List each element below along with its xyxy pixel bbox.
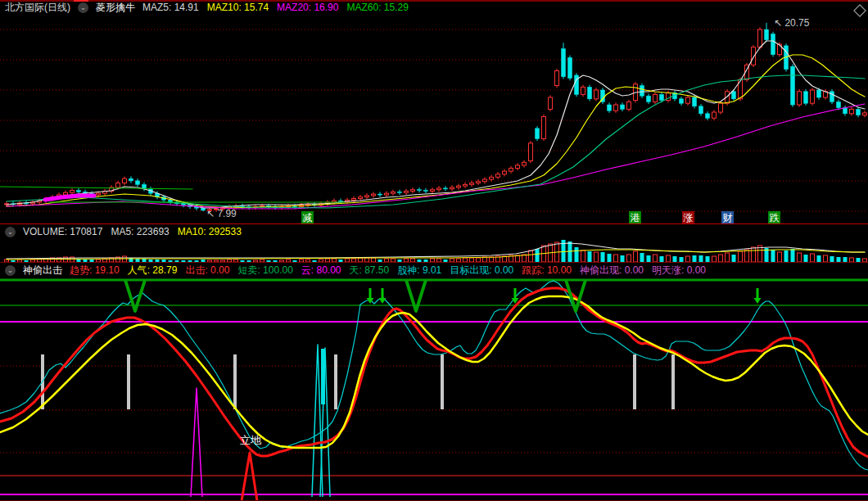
stock-app-window: 北方国际(日线) ⌄ 菱形擒牛 MAZ5: 14.91MAZ10: 15.74M… (0, 0, 868, 501)
indicator-name[interactable]: 神偷出击 (23, 264, 62, 277)
top-border-accent (74, 0, 88, 2)
vol-legend-VOLUME: VOLUME: 170817 (23, 225, 102, 238)
volume-header: ⌄ VOLUME: 170817MA5: 223693MA10: 292533 (0, 225, 868, 238)
indicator-chart[interactable]: 立地 (0, 277, 868, 501)
event-marker-财: 财 (723, 212, 733, 223)
price-marker-label: ↖ 7.99 (206, 208, 237, 219)
ind-field-跟踪: 跟踪: 10.00 (522, 264, 572, 277)
chevron-down-icon[interactable]: ⌄ (5, 265, 16, 276)
window-top-border (0, 0, 868, 2)
event-marker-减: 减 (303, 212, 313, 223)
legend-MAZ60: MAZ60: 15.29 (346, 1, 408, 14)
volume-legend: VOLUME: 170817MA5: 223693MA10: 292533 (23, 225, 250, 238)
lidi-label: 立地 (240, 434, 262, 446)
indicator-values-legend: 趋势: 19.10人气: 28.79出击: 0.00短卖: 100.00云: 8… (70, 264, 714, 277)
volume-chart[interactable] (0, 238, 868, 263)
ind-field-出击: 出击: 0.00 (185, 264, 229, 277)
ind-field-云: 云: 80.00 (301, 264, 341, 277)
ind-field-天: 天: 87.50 (350, 264, 390, 277)
legend-MAZ10: MAZ10: 15.74 (207, 1, 269, 14)
panel-separator-2 (0, 262, 868, 263)
event-marker-跌: 跌 (770, 212, 780, 223)
ind-field-趋势: 趋势: 19.10 (70, 264, 120, 277)
vol-legend-MA5: MA5: 223693 (111, 225, 169, 238)
overlay-indicator-name[interactable]: 菱形擒牛 (96, 1, 135, 14)
ind-field-人气: 人气: 28.79 (128, 264, 178, 277)
event-marker-港: 港 (631, 212, 640, 223)
main-chart-header: 北方国际(日线) ⌄ 菱形擒牛 MAZ5: 14.91MAZ10: 15.74M… (0, 1, 868, 14)
ind-field-神偷出现: 神偷出现: 0.00 (580, 264, 644, 277)
ma-legend: MAZ5: 14.91MAZ10: 15.74MAZ20: 16.90MAZ60… (142, 1, 417, 14)
ind-field-股神: 股神: 9.01 (397, 264, 441, 277)
event-marker-涨: 涨 (683, 212, 694, 223)
ind-field-目标出现: 目标出现: 0.00 (450, 264, 513, 277)
legend-MAZ5: MAZ5: 14.91 (142, 1, 199, 14)
vol-legend-MA10: MA10: 292533 (178, 225, 242, 238)
ind-field-明天涨: 明天涨: 0.00 (652, 264, 706, 277)
price-marker-label: ↖ 20.75 (774, 17, 810, 29)
chevron-down-icon[interactable]: ⌄ (5, 227, 16, 237)
ind-field-短卖: 短卖: 100.00 (237, 264, 292, 277)
legend-MAZ20: MAZ20: 16.90 (277, 1, 338, 14)
panel-separator-1 (0, 223, 868, 224)
candlestick-chart[interactable]: ↖ 20.75↖ 7.99减港涨财跌 (0, 0, 868, 225)
indicator-header: ⌄ 神偷出击 趋势: 19.10人气: 28.79出击: 0.00短卖: 100… (0, 264, 868, 277)
symbol-title[interactable]: 北方国际(日线) (5, 1, 70, 14)
chevron-down-icon[interactable]: ⌄ (78, 2, 88, 13)
